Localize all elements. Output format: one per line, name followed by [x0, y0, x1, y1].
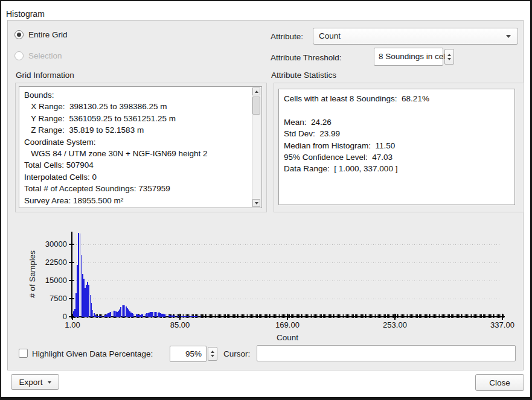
gridline: [74, 262, 501, 263]
chart-layer: # of Samples 075001500022500300001.0085.…: [8, 21, 523, 370]
page-title: Histogram: [6, 9, 45, 19]
main-panel: Entire Grid Selection Attribute: Count A…: [7, 20, 524, 370]
cursor-label: Cursor:: [223, 349, 250, 358]
export-button-label: Export: [19, 378, 42, 387]
highlight-checkbox[interactable]: [19, 349, 28, 358]
highlight-percent-stepper[interactable]: [208, 347, 217, 361]
export-button[interactable]: Export: [11, 374, 59, 390]
histogram-plot[interactable]: [72, 232, 502, 317]
x-tick-label: 1.00: [54, 320, 91, 329]
highlight-percent-field[interactable]: 95%: [170, 346, 207, 362]
x-tick-label: 169.00: [269, 320, 306, 329]
x-axis-title: Count: [251, 333, 324, 342]
gridline: [74, 281, 501, 281]
close-button-label: Close: [489, 378, 510, 387]
spin-down-icon[interactable]: [211, 355, 214, 357]
y-axis-title: # of Samples: [28, 250, 37, 298]
chevron-down-icon: [48, 381, 51, 384]
x-tick-label: 337.00: [484, 320, 521, 329]
spin-up-icon[interactable]: [211, 351, 214, 353]
y-axis-title-wrap: # of Samples: [26, 232, 38, 317]
histogram-bar: [200, 316, 201, 317]
x-tick-label: 85.00: [162, 320, 198, 329]
highlight-checkbox-label: Highlight Given Data Percentage:: [32, 349, 153, 358]
histogram-dialog: Histogram Entire Grid Selection Attribut…: [0, 0, 532, 400]
x-tick-label: 253.00: [377, 320, 413, 329]
gridline: [74, 244, 501, 245]
highlight-percent-value: 95%: [185, 349, 202, 358]
cursor-input[interactable]: [257, 345, 516, 361]
close-button[interactable]: Close: [475, 374, 524, 391]
gridline: [74, 299, 501, 299]
